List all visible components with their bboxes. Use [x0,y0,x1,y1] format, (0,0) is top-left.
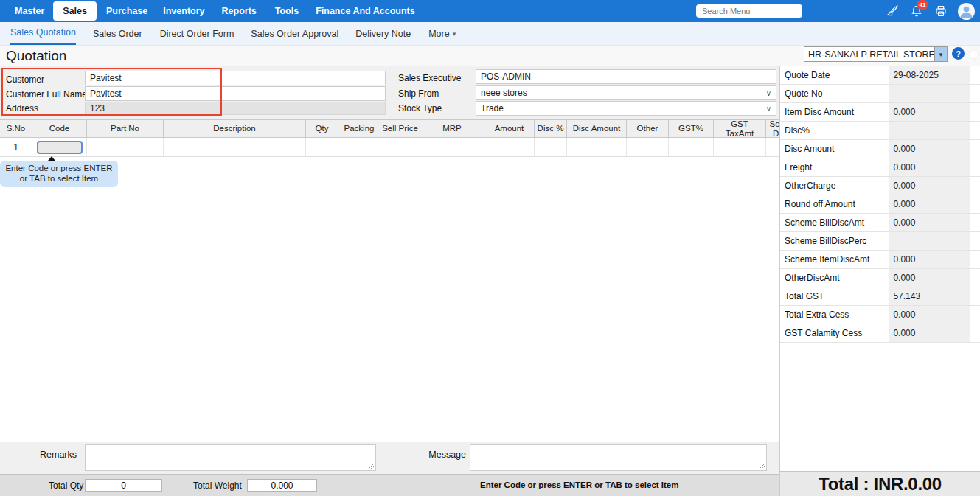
tab-sales-order-approval[interactable]: Sales Order Approval [251,22,338,45]
summary-value[interactable] [889,232,970,250]
title-bar: Quotation HR-SANKALP RETAIL STORE-K ▾ ? [0,46,980,66]
summary-label: Disc Amount [780,140,889,158]
tab-more[interactable]: More ▾ [428,22,456,45]
summary-row-total-extra-cess: Total Extra Cess 0.000 [780,306,980,324]
summary-value[interactable]: 0.000 [889,306,970,324]
customer-input[interactable] [85,71,386,85]
column-header-mrp: MRP [420,120,484,137]
nav-item-tools[interactable]: Tools [275,6,299,16]
select-chevron-icon: ∨ [766,105,771,113]
row-packing-cell [338,138,380,156]
summary-row-scheme-billdiscamt: Scheme BillDiscAmt 0.000 [780,214,980,232]
total-qty-label: Total Qty [49,481,83,491]
summary-row-scheme-itemdiscamt: Scheme ItemDiscAmt 0.000 [780,251,980,269]
summary-value[interactable]: 29-08-2025 [889,66,970,84]
message-textarea[interactable] [470,444,767,471]
summary-value[interactable] [889,122,970,139]
row-disc-pct-cell [535,138,567,156]
total-weight-label: Total Weight [193,481,242,491]
code-entry-tooltip: Enter Code or press ENTER or TAB to sele… [0,161,118,187]
summary-label: Item Disc Amount [780,103,889,121]
stock-type-select[interactable]: Trade ∨ [476,101,776,116]
ship-from-select[interactable]: neee stores ∨ [476,85,776,100]
summary-label: Freight [780,158,889,176]
summary-value[interactable]: 0.000 [889,214,970,231]
summary-value[interactable]: 0.000 [889,269,970,287]
column-header-disc-pct: Disc % [535,120,567,137]
notification-badge: 41 [917,0,928,10]
help-icon[interactable]: ? [952,47,965,60]
summary-label: Total GST [780,287,889,305]
tab-sales-quotation[interactable]: Sales Quotation [10,22,76,45]
row-description-cell [164,138,306,156]
summary-row-otherdiscamt: OtherDiscAmt 0.000 [780,269,980,287]
footer-totals-bar: Total Qty Total Weight Enter Code or pre… [0,474,779,496]
customer-full-name-input[interactable] [85,86,386,101]
row-disc-amount-cell [567,138,627,156]
summary-value[interactable]: 0.000 [889,158,970,176]
summary-value[interactable]: 0.000 [889,140,970,158]
summary-row-gst-calamity-cess: GST Calamity Cess 0.000 [780,324,980,343]
row-mrp-cell [420,138,484,156]
tab-delivery-note[interactable]: Delivery Note [355,22,411,45]
summary-value[interactable]: 0.000 [889,103,970,121]
customer-label: Customer [6,74,44,85]
nav-item-finance-and-accounts[interactable]: Finance And Accounts [316,6,415,16]
summary-row-disc-pct: Disc% [780,122,980,140]
notifications-bell-icon[interactable]: 41 [909,4,924,18]
summary-label: GST Calamity Cess [780,324,889,342]
sales-executive-label: Sales Executive [398,73,461,83]
column-header-amount: Amount [484,120,535,137]
brush-icon[interactable] [885,4,900,18]
row-part-no-cell [87,138,164,156]
row-gst-taxamt-cell [714,138,766,156]
tab-sales-order[interactable]: Sales Order [93,22,142,45]
summary-value[interactable] [889,85,970,102]
store-selector-arrow-icon[interactable]: ▾ [934,47,947,61]
nav-item-inventory[interactable]: Inventory [163,6,204,16]
remarks-section: Remarks Message [0,442,779,474]
remarks-textarea[interactable] [85,444,376,471]
sales-sub-navigation: Sales Quotation Sales Order Direct Order… [0,22,980,46]
nav-item-purchase[interactable]: Purchase [106,6,147,16]
row-code-cell [32,138,87,156]
summary-label: OtherCharge [780,177,889,195]
summary-value[interactable]: 0.000 [889,251,970,268]
nav-item-master[interactable]: Master [15,6,44,16]
summary-row-quote-no: Quote No [780,85,980,103]
column-header-other: Other [627,120,669,137]
item-code-input[interactable] [37,141,83,154]
printer-icon[interactable] [934,4,948,18]
summary-value[interactable]: 0.000 [889,324,970,342]
total-weight-input[interactable] [247,479,317,492]
summary-row-freight: Freight 0.000 [780,158,980,177]
summary-value[interactable]: 0.000 [889,177,970,195]
summary-label: Scheme ItemDiscAmt [780,251,889,268]
address-input[interactable] [85,102,386,115]
column-header-sch-disc: Sch Di [766,120,779,137]
column-header-sno: S.No [0,120,32,137]
store-selector-dropdown[interactable]: HR-SANKALP RETAIL STORE-K ▾ [804,46,948,62]
tab-direct-order-form[interactable]: Direct Order Form [160,22,234,45]
total-qty-input[interactable] [85,479,162,492]
summary-value[interactable]: 0.000 [889,195,970,213]
top-navigation: Master Sales Purchase Inventory Reports … [0,0,980,22]
column-header-gst-pct: GST% [669,120,714,137]
nav-item-reports[interactable]: Reports [222,6,257,16]
ship-from-value: neee stores [481,88,527,98]
nav-item-sales[interactable]: Sales [53,1,97,21]
stock-type-value: Trade [481,103,504,113]
table-row: 1 [0,138,779,157]
column-header-sell-price: Sell Price [380,120,420,137]
sales-executive-input[interactable] [476,69,776,84]
column-header-description: Description [164,120,306,137]
search-menu-input[interactable] [696,4,802,18]
row-sell-price-cell [380,138,420,156]
summary-row-total-gst: Total GST 57.143 [780,287,980,306]
user-avatar[interactable] [958,3,975,20]
page-title: Quotation [6,48,66,64]
row-other-cell [627,138,669,156]
row-sno-cell: 1 [0,138,32,156]
stock-type-label: Stock Type [398,103,442,113]
summary-value[interactable]: 57.143 [889,287,970,305]
